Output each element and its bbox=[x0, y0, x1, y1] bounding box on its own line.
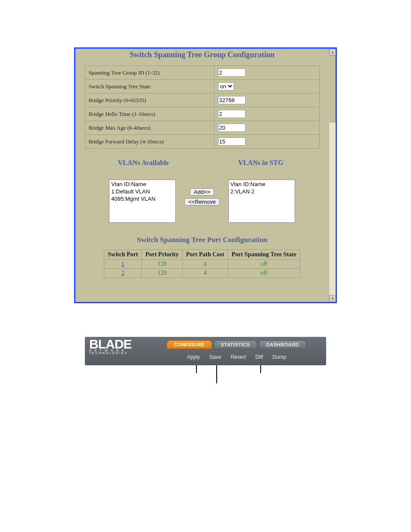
port-priority: 128 bbox=[142, 269, 182, 278]
port-link[interactable]: 2 bbox=[104, 269, 142, 278]
config-row: Switch Spanning Tree Stateon bbox=[85, 80, 319, 93]
scroll-thumb[interactable] bbox=[330, 56, 336, 122]
tab-dashboard[interactable]: DASHBOARD bbox=[259, 340, 306, 349]
config-row: Bridge Priority (0-65535) bbox=[85, 93, 319, 107]
logo-sub2: TECHNOLOGIES bbox=[89, 352, 131, 355]
stp-group-config-title: Switch Spanning Tree Group Configuration bbox=[75, 50, 329, 59]
vlans-available-heading: VLANs Available bbox=[85, 159, 202, 167]
port-table-header: Switch Port bbox=[104, 250, 142, 260]
vlan-list-item[interactable]: 1:Default VLAN bbox=[111, 188, 174, 196]
port-table-header: Port Path Cost bbox=[182, 250, 228, 260]
config-row-label: Bridge Forward Delay (4-30secs) bbox=[85, 135, 214, 149]
port-table-row: 21284off bbox=[104, 269, 300, 278]
port-table-row: 11284off bbox=[104, 260, 300, 269]
config-row: Spanning Tree Group ID (1-32) bbox=[85, 66, 319, 80]
port-table-header: Port Spanning Tree State bbox=[228, 250, 300, 260]
toolbar-panel: BLADE N E T W O R K TECHNOLOGIES CONFIGU… bbox=[85, 337, 326, 365]
config-row-value-cell bbox=[214, 66, 319, 80]
stp-group-config-table: Spanning Tree Group ID (1-32)Switch Span… bbox=[85, 65, 320, 149]
tab-row: CONFIGURESTATISTICSDASHBOARD bbox=[167, 340, 306, 349]
vlans-available-listbox[interactable]: Vlan ID:Name1:Default VLAN4095:Mgmt VLAN bbox=[109, 180, 176, 223]
config-row: Bridge Max Age (6-40secs) bbox=[85, 121, 319, 135]
pointer-line-apply bbox=[196, 365, 197, 373]
vlans-in-stg-heading: VLANs in STG bbox=[202, 159, 320, 167]
vlan-transfer-buttons: Add>> <<Remove bbox=[184, 188, 220, 205]
config-row-value-cell bbox=[214, 93, 319, 107]
vlan-list-item[interactable]: 2:VLAN 2 bbox=[230, 188, 293, 196]
port-stp-state: off bbox=[228, 260, 300, 269]
config-text-input[interactable] bbox=[218, 96, 246, 104]
pointer-line-save bbox=[216, 365, 217, 383]
menu-row: ApplySaveRevertDiffDump bbox=[187, 354, 286, 360]
tab-statistics[interactable]: STATISTICS bbox=[214, 340, 258, 349]
vlan-list-header: Vlan ID:Name bbox=[111, 181, 174, 188]
stp-port-config-title: Switch Spanning Tree Port Configuration bbox=[75, 236, 329, 244]
config-row-value-cell: on bbox=[214, 80, 319, 93]
menu-diff[interactable]: Diff bbox=[255, 354, 263, 360]
menu-apply[interactable]: Apply bbox=[187, 354, 200, 360]
tab-configure[interactable]: CONFIGURE bbox=[167, 340, 212, 349]
config-row-label: Bridge Priority (0-65535) bbox=[85, 93, 214, 107]
config-row: Bridge Hello Time (1-10secs) bbox=[85, 107, 319, 121]
stp-config-panel: Switch Spanning Tree Group Configuration… bbox=[74, 47, 337, 303]
logo: BLADE N E T W O R K TECHNOLOGIES bbox=[89, 339, 131, 355]
vlan-headings: VLANs Available VLANs in STG bbox=[85, 159, 320, 167]
config-row-label: Switch Spanning Tree State bbox=[85, 80, 214, 93]
pointer-line-diff bbox=[260, 365, 261, 373]
config-row-label: Bridge Max Age (6-40secs) bbox=[85, 121, 214, 135]
port-stp-state: off bbox=[228, 269, 300, 278]
vertical-scrollbar[interactable]: ▴ ▾ bbox=[329, 49, 336, 302]
config-row-value-cell bbox=[214, 107, 319, 121]
config-row: Bridge Forward Delay (4-30secs) bbox=[85, 135, 319, 149]
port-path-cost: 4 bbox=[182, 269, 228, 278]
scroll-up-button[interactable]: ▴ bbox=[329, 49, 336, 56]
port-table-header: Port Priority bbox=[142, 250, 182, 260]
config-row-value-cell bbox=[214, 135, 319, 149]
config-row-label: Bridge Hello Time (1-10secs) bbox=[85, 107, 214, 121]
pointer-lines bbox=[85, 365, 326, 387]
port-priority: 128 bbox=[142, 260, 182, 269]
config-row-label: Spanning Tree Group ID (1-32) bbox=[85, 66, 214, 80]
port-link[interactable]: 1 bbox=[104, 260, 142, 269]
config-row-value-cell bbox=[214, 121, 319, 135]
stp-port-config-table: Switch PortPort PriorityPort Path CostPo… bbox=[104, 249, 300, 278]
config-text-input[interactable] bbox=[218, 68, 246, 77]
logo-main-text: BLADE bbox=[89, 339, 131, 350]
vlans-in-stg-listbox[interactable]: Vlan ID:Name2:VLAN 2 bbox=[228, 180, 295, 223]
remove-vlan-button[interactable]: <<Remove bbox=[184, 198, 220, 205]
vlan-list-item[interactable]: 4095:Mgmt VLAN bbox=[111, 196, 174, 203]
menu-revert[interactable]: Revert bbox=[230, 354, 246, 360]
config-text-input[interactable] bbox=[218, 110, 246, 118]
menu-dump[interactable]: Dump bbox=[273, 354, 286, 360]
menu-save[interactable]: Save bbox=[209, 354, 221, 360]
stp-config-content: Switch Spanning Tree Group Configuration… bbox=[75, 49, 329, 302]
stp-state-select[interactable]: on bbox=[218, 82, 234, 90]
vlan-list-header: Vlan ID:Name bbox=[230, 181, 293, 188]
scroll-down-button[interactable]: ▾ bbox=[329, 295, 336, 302]
config-text-input[interactable] bbox=[218, 124, 246, 132]
vlan-picker: Vlan ID:Name1:Default VLAN4095:Mgmt VLAN… bbox=[94, 180, 310, 223]
config-text-input[interactable] bbox=[218, 137, 246, 146]
port-path-cost: 4 bbox=[182, 260, 228, 269]
add-vlan-button[interactable]: Add>> bbox=[190, 188, 214, 196]
